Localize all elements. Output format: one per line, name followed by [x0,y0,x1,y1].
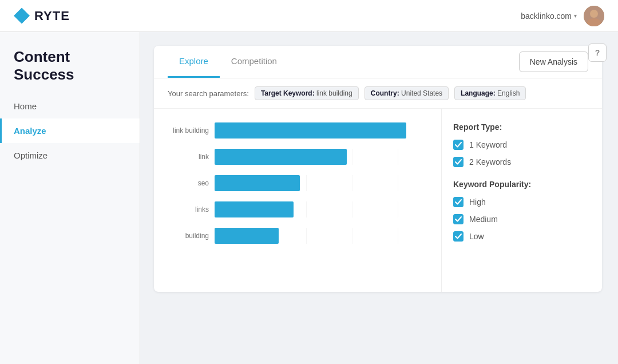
sidebar-item-label-optimize: Optimize [14,151,47,160]
help-label: ? [595,48,600,57]
sidebar-item-home[interactable]: Home [0,94,140,118]
tab-competition[interactable]: Competition [220,46,288,78]
top-navigation: RYTE backlinko.com ▾ [0,0,618,32]
page-title: Content Success [0,32,140,94]
bar-row-seo: seo [163,175,427,191]
sidebar: Content Success Home Analyze Optimize [0,32,140,364]
checkbox-medium[interactable]: Medium [453,214,591,224]
avatar[interactable] [584,6,604,26]
tab-explore[interactable]: Explore [168,46,220,78]
checkbox-2-keywords-label: 2 Keywords [469,157,511,167]
search-params-bar: Your search parameters: Target Keyword: … [154,78,602,109]
checkbox-medium-box[interactable] [453,214,464,224]
logo-icon [14,8,30,24]
checkbox-2-keywords[interactable]: 2 Keywords [453,157,591,167]
checkbox-low-label: Low [469,232,484,241]
bar-chart: link building link seo [163,122,427,244]
page-layout: Content Success Home Analyze Optimize ? … [0,32,618,364]
logo-text: RYTE [34,9,70,23]
sidebar-item-label-analyze: Analyze [14,126,46,136]
bar-label-seo: seo [163,179,209,187]
main-content: ? Explore Competition New Analysis [140,32,618,364]
bar-track-links [215,201,427,217]
bar-fill-building [215,228,279,244]
checkbox-1-keyword[interactable]: 1 Keyword [453,140,591,150]
tabs-row: Explore Competition New Analysis [154,46,602,78]
report-type-title: Report Type: [453,122,591,132]
checkbox-2-keywords-box[interactable] [453,157,464,167]
keyword-popularity-section: Keyword Popularity: High [453,180,591,242]
checkbox-1-keyword-box[interactable] [453,140,464,150]
bar-fill-links [215,201,294,217]
chart-area: link building link seo [154,109,442,292]
bar-fill-link-building [215,122,406,139]
analysis-card: Explore Competition New Analysis Your se… [154,46,602,292]
param-tag-language[interactable]: Language: English [454,86,526,100]
domain-text: backlinko.com [521,11,572,21]
chevron-down-icon: ▾ [574,13,577,19]
checkbox-low[interactable]: Low [453,231,591,242]
report-type-section: Report Type: 1 Keyword [453,122,591,167]
sidebar-item-label-home: Home [14,101,37,111]
sidebar-nav: Home Analyze Optimize [0,94,140,168]
bar-row-link-building: link building [163,122,427,139]
logo-area: RYTE [14,8,70,24]
nav-right: backlinko.com ▾ [521,6,604,26]
domain-selector[interactable]: backlinko.com ▾ [521,11,577,21]
bar-fill-link [215,149,347,165]
bar-track-seo [215,175,427,191]
bar-label-link: link [163,153,209,161]
tabs-left: Explore Competition [168,46,288,78]
filter-panel: Report Type: 1 Keyword [442,109,602,292]
bar-track-link [215,149,427,165]
checkbox-1-keyword-label: 1 Keyword [469,140,507,149]
checkbox-low-box[interactable] [453,231,464,242]
bar-track-building [215,228,427,244]
bar-track-link-building [215,122,427,139]
svg-point-1 [590,10,598,18]
checkbox-high[interactable]: High [453,197,591,207]
help-button[interactable]: ? [588,43,607,62]
bar-fill-seo [215,175,300,191]
checkbox-medium-label: Medium [469,215,498,224]
sidebar-item-analyze[interactable]: Analyze [0,118,140,143]
bar-row-links: links [163,201,427,217]
checkbox-high-label: High [469,197,486,207]
bar-label-building: building [163,232,209,240]
param-tag-country[interactable]: Country: United States [365,86,449,100]
param-tag-keyword[interactable]: Target Keyword: link building [255,86,359,100]
bar-row-building: building [163,228,427,244]
content-body: link building link seo [154,109,602,292]
keyword-popularity-title: Keyword Popularity: [453,180,591,189]
bar-label-link-building: link building [163,126,209,134]
sidebar-item-optimize[interactable]: Optimize [0,143,140,168]
search-params-label: Your search parameters: [168,89,249,98]
bar-row-link: link [163,149,427,165]
checkbox-high-box[interactable] [453,197,464,207]
bar-label-links: links [163,205,209,213]
new-analysis-button[interactable]: New Analysis [519,52,588,72]
